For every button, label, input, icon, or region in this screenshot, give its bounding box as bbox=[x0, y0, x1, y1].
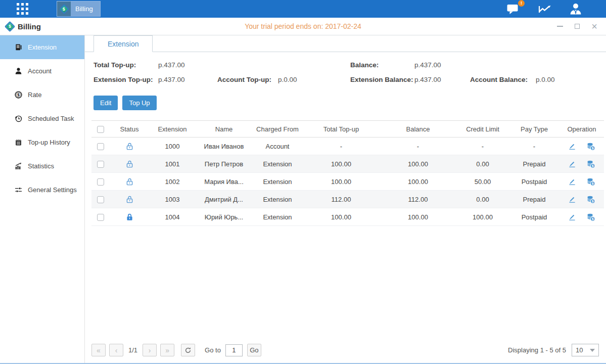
cell-credit-limit: 0.00 bbox=[456, 191, 509, 208]
maximize-button[interactable] bbox=[574, 23, 581, 30]
extension-balance-value: p.437.00 bbox=[414, 76, 470, 83]
trial-notice: Your trial period ends on: 2017-02-24 bbox=[0, 22, 606, 30]
cell-total-topup: 100.00 bbox=[303, 173, 380, 191]
statistics-icon bbox=[15, 162, 22, 170]
svg-text:$: $ bbox=[592, 146, 594, 150]
sidebar-item-account[interactable]: Account bbox=[0, 59, 84, 83]
prev-page-button[interactable]: ‹ bbox=[109, 344, 123, 356]
edit-extension-icon[interactable] bbox=[568, 195, 576, 203]
sidebar-item-scheduled-task[interactable]: Scheduled Task bbox=[0, 107, 84, 130]
lock-open-icon[interactable] bbox=[125, 177, 134, 186]
header-total-topup: Total Top-up bbox=[303, 121, 380, 138]
cell-balance: 100.00 bbox=[380, 155, 456, 173]
topup-extension-icon[interactable]: $ bbox=[586, 213, 595, 221]
lock-open-icon[interactable] bbox=[125, 160, 134, 168]
cell-name: Петр Петров bbox=[196, 155, 252, 173]
refresh-icon[interactable] bbox=[181, 344, 195, 356]
close-button[interactable]: × bbox=[591, 23, 598, 30]
header-charged-from: Charged From bbox=[252, 121, 303, 138]
sidebar-item-extension[interactable]: Extension bbox=[0, 35, 84, 59]
svg-text:$: $ bbox=[592, 217, 594, 221]
last-page-button[interactable]: » bbox=[160, 344, 174, 356]
topup-history-icon bbox=[15, 139, 22, 146]
topbar-tab-billing[interactable]: $ Billing bbox=[57, 1, 101, 17]
account-topup-label: Account Top-up: bbox=[217, 76, 278, 83]
main-content: Extension Total Top-up: p.437.00 Extensi… bbox=[85, 35, 606, 363]
account-icon bbox=[15, 67, 22, 75]
row-checkbox[interactable] bbox=[97, 196, 104, 203]
cell-charged-from: Account bbox=[252, 138, 303, 155]
cell-extension: 1002 bbox=[149, 173, 196, 191]
row-checkbox[interactable] bbox=[97, 143, 104, 150]
header-credit-limit: Credit Limit bbox=[456, 121, 509, 138]
edit-extension-icon[interactable] bbox=[568, 177, 576, 186]
topup-extension-icon[interactable]: $ bbox=[586, 142, 595, 151]
row-checkbox[interactable] bbox=[97, 161, 104, 168]
top-up-button[interactable]: Top Up bbox=[122, 96, 156, 110]
edit-button[interactable]: Edit bbox=[94, 96, 118, 110]
table-row: 1002 Мария Ива... Extension 100.00 100.0… bbox=[91, 173, 604, 191]
cell-credit-limit: 100.00 bbox=[456, 208, 509, 226]
topup-extension-icon[interactable]: $ bbox=[586, 160, 595, 168]
rate-icon: $ bbox=[15, 91, 22, 99]
next-page-button[interactable]: › bbox=[143, 344, 157, 356]
lock-closed-icon[interactable] bbox=[125, 213, 134, 221]
sidebar-item-statistics[interactable]: Statistics bbox=[0, 154, 84, 178]
topup-extension-icon[interactable]: $ bbox=[586, 195, 595, 204]
cell-balance: 112.00 bbox=[380, 191, 456, 208]
sidebar-item-topup-history[interactable]: Top-up History bbox=[0, 130, 84, 154]
app-grid-icon[interactable] bbox=[17, 3, 28, 15]
reports-chart-icon[interactable] bbox=[537, 3, 552, 15]
tab-extension[interactable]: Extension bbox=[94, 35, 153, 52]
sidebar-item-rate[interactable]: $ Rate bbox=[0, 83, 84, 107]
first-page-button[interactable]: « bbox=[91, 344, 106, 356]
sidebar-item-label: Rate bbox=[28, 91, 41, 99]
cell-total-topup: - bbox=[303, 138, 380, 155]
cell-balance: 100.00 bbox=[380, 173, 456, 191]
lock-open-icon[interactable] bbox=[125, 142, 134, 151]
cell-credit-limit: 0.00 bbox=[456, 155, 509, 173]
displaying-status: Displaying 1 - 5 of 5 bbox=[508, 346, 566, 354]
lock-open-icon[interactable] bbox=[125, 195, 134, 204]
cell-pay-type: Prepaid bbox=[509, 155, 560, 173]
row-checkbox[interactable] bbox=[97, 214, 104, 221]
cell-pay-type: Prepaid bbox=[509, 191, 560, 208]
edit-extension-icon[interactable] bbox=[568, 213, 576, 221]
cell-balance: - bbox=[380, 138, 456, 155]
total-topup-label: Total Top-up: bbox=[94, 61, 158, 69]
cell-charged-from: Extension bbox=[252, 173, 303, 191]
goto-page-input[interactable] bbox=[225, 344, 243, 356]
select-all-checkbox[interactable] bbox=[97, 126, 104, 133]
edit-extension-icon[interactable] bbox=[568, 160, 576, 168]
sidebar-item-general-settings[interactable]: General Settings bbox=[0, 178, 84, 202]
user-account-icon[interactable] bbox=[569, 3, 583, 15]
header-operation: Operation bbox=[560, 121, 604, 138]
billing-window-icon: $ bbox=[5, 21, 15, 31]
header-balance: Balance bbox=[380, 121, 456, 138]
cell-extension: 1000 bbox=[149, 138, 196, 155]
tab-bar: Extension bbox=[85, 35, 606, 52]
cell-name: Дмитрий Д... bbox=[196, 191, 252, 208]
cell-pay-type: - bbox=[509, 138, 560, 155]
notifications-icon[interactable]: ! bbox=[506, 3, 521, 15]
page-size-value: 10 bbox=[576, 346, 583, 354]
topup-extension-icon[interactable]: $ bbox=[586, 177, 595, 186]
cell-pay-type: Postpaid bbox=[509, 208, 560, 226]
sidebar-item-label: Account bbox=[28, 67, 52, 75]
topbar-tab-label: Billing bbox=[75, 5, 93, 13]
header-pay-type: Pay Type bbox=[509, 121, 560, 138]
extension-balance-label: Extension Balance: bbox=[350, 76, 414, 83]
page-size-select[interactable]: 10 bbox=[572, 344, 599, 356]
go-button[interactable]: Go bbox=[247, 344, 261, 356]
account-balance-label: Account Balance: bbox=[470, 76, 536, 83]
minimize-button[interactable] bbox=[556, 23, 564, 30]
svg-text:$: $ bbox=[17, 93, 20, 97]
goto-label: Go to bbox=[205, 346, 221, 354]
cell-credit-limit: 50.00 bbox=[456, 173, 509, 191]
row-checkbox[interactable] bbox=[97, 178, 104, 186]
table-header-row: Status Extension Name Charged From Total… bbox=[91, 121, 604, 138]
table-row: 1001 Петр Петров Extension 100.00 100.00… bbox=[91, 155, 604, 173]
edit-extension-icon[interactable] bbox=[568, 142, 576, 150]
table-row: 1000 Иван Иванов Account - - - - bbox=[91, 138, 604, 155]
extension-icon bbox=[15, 43, 22, 51]
